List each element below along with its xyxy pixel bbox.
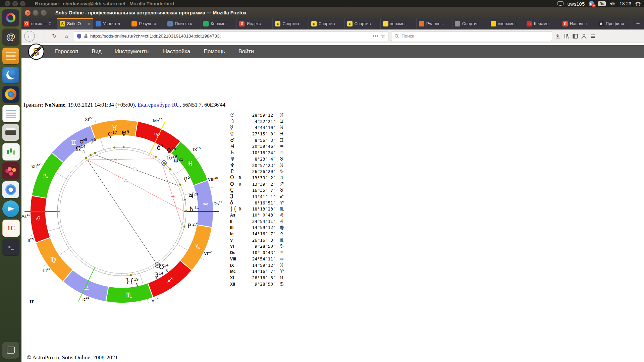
browser-tab[interactable]: AПрофиля: [596, 18, 632, 29]
position-row: }{R18°13′23″♏: [230, 206, 284, 212]
position-value: 8°16′51″: [244, 200, 276, 205]
launcher-icon-chromium[interactable]: [2, 181, 19, 198]
browser-tab[interactable]: ЯЯндекс: [237, 18, 273, 29]
browser-tab[interactable]: Результа: [129, 18, 165, 29]
launcher-icon-writer[interactable]: [2, 105, 20, 122]
launcher-icon-dash[interactable]: [2, 9, 19, 26]
gear-icon[interactable]: [635, 1, 641, 6]
browser-tab[interactable]: ЯНапольн: [560, 18, 596, 29]
keyboard-layout-indicator[interactable]: Ru: [598, 1, 606, 6]
browser-tab[interactable]: ●Спортив: [273, 18, 309, 29]
position-row: XII 9°28′50″♋: [230, 281, 284, 288]
launcher-icon-files[interactable]: [2, 48, 19, 64]
sign-glyph: ♉: [276, 156, 284, 162]
position-row: ♇26°26′20″♑: [230, 168, 284, 175]
tab-favicon: S: [60, 21, 65, 26]
tab-title: Напольн: [570, 21, 593, 26]
browser-tab[interactable]: □Керамог: [524, 18, 560, 29]
url-bar[interactable]: https://sotis-online.ru/?chr=ct:1;dt:202…: [74, 31, 388, 41]
planet-dot-mars: [90, 154, 92, 156]
launcher-icon-tbird[interactable]: [2, 67, 19, 83]
thunderbird-window-buttons: × − ▫: [5, 1, 25, 6]
account-icon[interactable]: [581, 33, 587, 39]
launcher-icon-trash[interactable]: [2, 342, 19, 359]
position-value: 10°18′24″: [244, 150, 276, 155]
page-actions-icon[interactable]: •••: [373, 34, 378, 39]
search-bar[interactable]: Поиск: [391, 31, 552, 41]
sotis-logo[interactable]: S: [28, 43, 45, 60]
browser-tab[interactable]: Уволят л: [93, 18, 129, 29]
launcher-icon-onec[interactable]: 1С: [2, 220, 20, 237]
tab-title: Керамог: [211, 21, 234, 26]
chart-type-label: tr: [30, 298, 34, 305]
position-value: 24°54′11″: [244, 219, 276, 224]
natal-chart-wheel[interactable]: ♈♉♊♋♌♍♎♏♐♑♒♓☉29☽5☿5♀28♂9♃21♄11♅9Ψ21♇27Ω1…: [21, 101, 232, 322]
menu-item-инструменты[interactable]: Инструменты: [115, 48, 150, 55]
desktop-top-panel: × − ▫ Входящие - cherkasova@ekb.saturn.n…: [0, 0, 644, 7]
window-minimize-button[interactable]: −: [33, 10, 39, 16]
planet-dot-lilith: [113, 146, 115, 148]
tb-close-button[interactable]: ×: [5, 1, 10, 6]
browser-tab[interactable]: Ясотис — С: [21, 18, 57, 29]
home-button[interactable]: ⌂: [62, 32, 71, 41]
window-maximize-button[interactable]: ▫: [41, 10, 47, 16]
menu-item-гороскоп[interactable]: Гороскоп: [55, 48, 78, 55]
retrograde-flag: R: [239, 182, 244, 187]
menu-icon[interactable]: [590, 33, 596, 39]
new-tab-button[interactable]: +: [632, 18, 644, 29]
tab-close-icon[interactable]: ×: [88, 21, 91, 26]
bookmark-star-icon[interactable]: ☆: [381, 33, 385, 39]
position-value: 8°56′ 3″: [244, 138, 276, 143]
planet-dot-moon: [94, 152, 96, 154]
url-text[interactable]: https://sotis-online.ru/?chr=ct:1;dt:202…: [90, 34, 370, 39]
launcher-icon-calc[interactable]: [2, 143, 20, 161]
launcher-icon-mail[interactable]: @: [2, 28, 19, 45]
library-icon[interactable]: [564, 33, 570, 39]
menu-item-войти[interactable]: Войти: [238, 48, 254, 55]
browser-tab[interactable]: керамог: [381, 18, 417, 29]
launcher-icon-telegram[interactable]: [2, 200, 19, 217]
sign-glyph: ♐: [276, 181, 284, 187]
back-button[interactable]: ←: [24, 31, 35, 42]
window-close-button[interactable]: ×: [25, 10, 31, 16]
forward-button[interactable]: →: [38, 32, 47, 41]
launcher-icon-printer[interactable]: [2, 124, 19, 141]
browser-tab[interactable]: Спортив: [452, 18, 488, 29]
tracking-shield-icon[interactable]: [77, 34, 82, 39]
sign-glyph: ♉: [276, 187, 284, 193]
house-label-IX: IX15: [193, 146, 201, 152]
body-glyph: ♆: [230, 162, 239, 168]
position-row: ☉28°59′12″♓: [230, 112, 284, 118]
launcher-icon-terminal[interactable]: >_: [2, 239, 19, 255]
copyright-text: © AstroPro.ru, Sotis Online, 2008-2021: [27, 354, 118, 361]
menu-item-настройка[interactable]: Настройка: [163, 48, 190, 55]
download-icon[interactable]: [555, 33, 561, 39]
launcher-icon-flowers[interactable]: [2, 162, 19, 179]
browser-tab[interactable]: ●Спортив: [345, 18, 381, 29]
tab-favicon: A: [598, 21, 604, 26]
browser-tab[interactable]: «керамог: [488, 18, 524, 29]
tb-minimize-button[interactable]: −: [12, 1, 18, 6]
tb-maximize-button[interactable]: ▫: [20, 1, 25, 6]
browser-tab[interactable]: Плитка к: [165, 18, 201, 29]
launcher-icon-firefox[interactable]: [2, 86, 19, 103]
browser-tab[interactable]: ●Спортив: [309, 18, 345, 29]
tab-title: Спортив: [462, 21, 486, 26]
menu-item-помощь[interactable]: Помощь: [204, 48, 225, 55]
hostname-label: uws105: [568, 1, 585, 7]
browser-tab[interactable]: Керамог: [201, 18, 237, 29]
house-label-V: V27: [152, 297, 158, 303]
tab-favicon: ●: [347, 21, 353, 26]
reload-button[interactable]: ↻: [50, 32, 59, 41]
browser-tab[interactable]: SSotis O×: [57, 18, 93, 29]
planet-dot-nnode: [85, 157, 87, 159]
telegram-tray-icon[interactable]: 97: [589, 1, 594, 6]
browser-tab[interactable]: Рулонны: [417, 18, 452, 29]
search-placeholder: Поиск: [401, 34, 414, 39]
position-row: ♀27°15′ 0″♓: [230, 131, 284, 137]
position-value: 26°26′20″: [244, 169, 276, 174]
display-icon[interactable]: [557, 1, 564, 6]
sidebar-icon[interactable]: [572, 33, 578, 39]
volume-icon[interactable]: [610, 1, 615, 6]
menu-item-вид[interactable]: Вид: [92, 48, 102, 55]
